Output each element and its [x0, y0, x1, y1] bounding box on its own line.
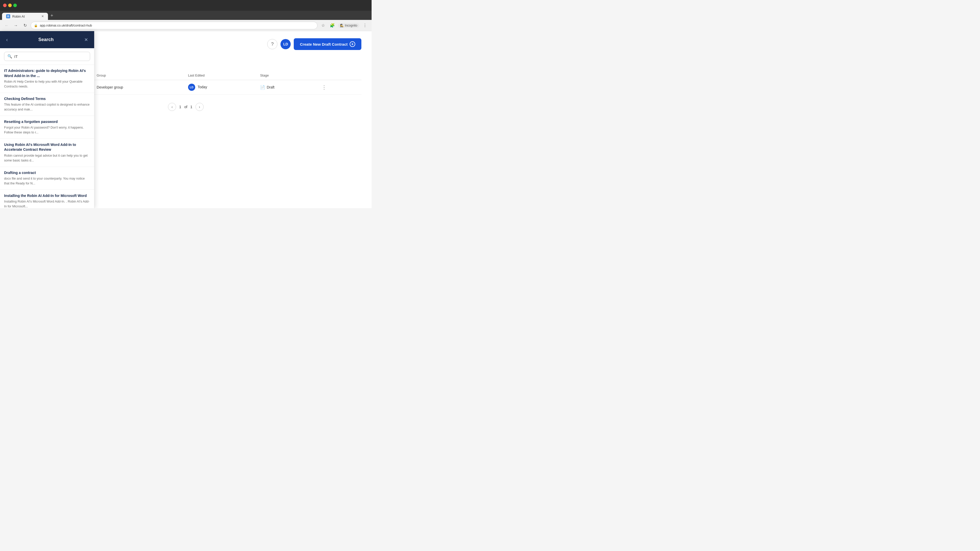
of-label: of: [184, 105, 187, 109]
user-avatar[interactable]: LD: [280, 39, 291, 49]
search-result-item[interactable]: Drafting a contract docx file and send i…: [0, 167, 94, 190]
plus-circle-icon: +: [350, 41, 355, 47]
tab-title: Robin AI: [12, 14, 25, 18]
search-back-button[interactable]: ‹: [5, 36, 9, 44]
col-header-group: Group: [93, 71, 184, 80]
result-description: This feature of the AI contract copilot …: [4, 102, 90, 112]
browser-window-chrome: [0, 0, 372, 11]
minimize-window-button[interactable]: [8, 3, 12, 7]
maximize-window-button[interactable]: [13, 3, 17, 7]
search-panel-title: Search: [38, 37, 54, 42]
back-button[interactable]: ←: [3, 22, 10, 29]
search-input-area: 🔍: [0, 48, 94, 65]
search-input[interactable]: [14, 54, 87, 59]
bookmark-button[interactable]: ☆: [320, 22, 327, 29]
result-title: IT Administrators: guide to deploying Ro…: [4, 68, 90, 78]
search-result-item[interactable]: Resetting a forgotten password Forgot yo…: [0, 116, 94, 139]
lock-icon: 🔒: [34, 24, 38, 27]
last-edited-time: Today: [197, 85, 207, 89]
search-header: ‹ Search ✕: [0, 31, 94, 48]
window-controls[interactable]: [3, 3, 17, 7]
new-tab-button[interactable]: +: [48, 11, 56, 20]
search-panel: ‹ Search ✕ 🔍 IT Administrators: guide to…: [0, 31, 94, 208]
search-result-item[interactable]: IT Administrators: guide to deploying Ro…: [0, 65, 94, 93]
search-icon: 🔍: [7, 54, 12, 59]
search-result-item[interactable]: Installing the Robin AI Add-In for Micro…: [0, 190, 94, 208]
reload-button[interactable]: ↻: [21, 22, 29, 29]
cell-last-edited: LD Today: [184, 80, 256, 95]
result-title: Drafting a contract: [4, 170, 90, 176]
prev-page-button[interactable]: ‹: [168, 103, 176, 111]
search-close-button[interactable]: ✕: [83, 36, 89, 44]
result-description: Installing Robin AI's Microsoft Word Add…: [4, 199, 90, 208]
stage-label: Draft: [267, 85, 274, 89]
search-input-container: 🔍: [4, 52, 90, 61]
more-options-button[interactable]: ⋮: [361, 22, 369, 29]
row-menu-button[interactable]: ⋮: [320, 83, 329, 91]
active-tab[interactable]: R Robin AI ✕: [2, 13, 48, 20]
forward-button[interactable]: →: [12, 22, 19, 29]
document-icon: 📄: [260, 85, 265, 90]
create-button-label: Create New Draft Contract: [300, 42, 348, 46]
search-result-item[interactable]: Checking Defined Terms This feature of t…: [0, 93, 94, 116]
incognito-icon: 🕵️: [340, 24, 344, 27]
col-header-last-edited: Last Edited: [184, 71, 256, 80]
last-edited-avatar: LD: [188, 84, 195, 91]
result-description: docx file and send it to your counterpar…: [4, 176, 90, 186]
result-title: Checking Defined Terms: [4, 97, 90, 102]
total-pages: 1: [190, 105, 192, 109]
tab-favicon: R: [6, 14, 10, 18]
create-draft-contract-button[interactable]: Create New Draft Contract +: [294, 38, 361, 50]
col-header-stage: Stage: [256, 71, 315, 80]
stage-badge: 📄 Draft: [260, 85, 274, 90]
tab-bar: R Robin AI ✕ +: [0, 11, 372, 20]
result-title: Using Robin AI's Microsoft Word Add-In t…: [4, 142, 90, 152]
result-title: Resetting a forgotten password: [4, 119, 90, 124]
cell-group: Developer group: [93, 80, 184, 95]
navigation-bar: ← → ↻ 🔒 app.robinai.co.uk/draft/contract…: [0, 20, 372, 31]
incognito-label: Incognito: [345, 24, 357, 27]
tab-close-button[interactable]: ✕: [41, 14, 44, 18]
col-header-actions: [315, 71, 361, 80]
search-result-item[interactable]: Using Robin AI's Microsoft Word Add-In t…: [0, 139, 94, 167]
result-description: Forgot your Robin AI password? Don't wor…: [4, 125, 90, 135]
extensions-button[interactable]: 🧩: [329, 22, 336, 29]
search-results-list: IT Administrators: guide to deploying Ro…: [0, 65, 94, 208]
result-title: Installing the Robin AI Add-In for Micro…: [4, 193, 90, 198]
next-page-button[interactable]: ›: [196, 103, 204, 111]
current-page: 1: [179, 105, 181, 109]
url-text: app.robinai.co.uk/draft/contract-hub: [40, 24, 92, 27]
result-description: Robin AI Help Centre to help you with Al…: [4, 79, 90, 89]
close-window-button[interactable]: [3, 3, 6, 7]
result-description: Robin cannot provide legal advice but it…: [4, 153, 90, 163]
nav-right-controls: ☆ 🧩 🕵️ Incognito ⋮: [320, 22, 369, 29]
page-content: ? LD Create New Draft Contract + Draft C…: [0, 31, 372, 208]
cell-row-menu: ⋮: [315, 80, 361, 95]
cell-stage: 📄 Draft: [256, 80, 315, 95]
address-bar[interactable]: 🔒 app.robinai.co.uk/draft/contract-hub: [30, 22, 318, 29]
incognito-badge: 🕵️ Incognito: [338, 23, 360, 28]
help-button[interactable]: ?: [267, 39, 277, 49]
